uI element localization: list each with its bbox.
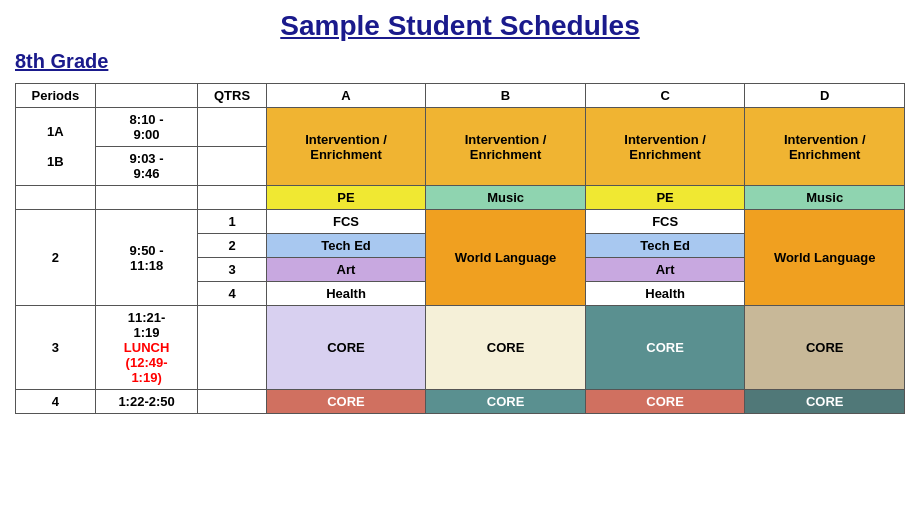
col-header-a: A bbox=[266, 84, 426, 108]
grade-label: 8th Grade bbox=[15, 50, 905, 73]
table-row: PE Music PE Music bbox=[16, 186, 905, 210]
cell-2-a-art: Art bbox=[266, 258, 426, 282]
time-3: 11:21-1:19LUNCH(12:49-1:19) bbox=[95, 306, 198, 390]
col-header-b: B bbox=[426, 84, 586, 108]
time-1b: 9:03 -9:46 bbox=[95, 147, 198, 186]
cell-4-b: CORE bbox=[426, 390, 586, 414]
schedule-table: Periods QTRS A B C D 1A1B 8:10 -9:00 Int… bbox=[15, 83, 905, 414]
col-header-qtrs: QTRS bbox=[198, 84, 266, 108]
period-3: 3 bbox=[16, 306, 96, 390]
cell-3-a: CORE bbox=[266, 306, 426, 390]
time-1a: 8:10 -9:00 bbox=[95, 108, 198, 147]
cell-4-d: CORE bbox=[745, 390, 905, 414]
time-2: 9:50 -11:18 bbox=[95, 210, 198, 306]
col-header-time bbox=[95, 84, 198, 108]
period-1a: 1A1B bbox=[16, 108, 96, 186]
cell-1b-c: PE bbox=[585, 186, 745, 210]
time-4: 1:22-2:50 bbox=[95, 390, 198, 414]
cell-2-a-fcs: FCS bbox=[266, 210, 426, 234]
table-row: 3 11:21-1:19LUNCH(12:49-1:19) CORE CORE … bbox=[16, 306, 905, 390]
qtrs-2-2: 2 bbox=[198, 234, 266, 258]
cell-1b-d: Music bbox=[745, 186, 905, 210]
cell-1a-d: Intervention /Enrichment bbox=[745, 108, 905, 186]
cell-3-b: CORE bbox=[426, 306, 586, 390]
qtrs-1b-2 bbox=[198, 186, 266, 210]
cell-2-b: World Language bbox=[426, 210, 586, 306]
qtrs-1a bbox=[198, 108, 266, 147]
qtrs-2-4: 4 bbox=[198, 282, 266, 306]
cell-2-a-health: Health bbox=[266, 282, 426, 306]
qtrs-3 bbox=[198, 306, 266, 390]
time-1b-2 bbox=[95, 186, 198, 210]
period-2: 2 bbox=[16, 210, 96, 306]
table-row: 2 9:50 -11:18 1 FCS World Language FCS W… bbox=[16, 210, 905, 234]
cell-4-a: CORE bbox=[266, 390, 426, 414]
table-row: 4 1:22-2:50 CORE CORE CORE CORE bbox=[16, 390, 905, 414]
qtrs-2-1: 1 bbox=[198, 210, 266, 234]
cell-3-d: CORE bbox=[745, 306, 905, 390]
col-header-c: C bbox=[585, 84, 745, 108]
cell-2-c-teched: Tech Ed bbox=[585, 234, 745, 258]
table-row: 1A1B 8:10 -9:00 Intervention /Enrichment… bbox=[16, 108, 905, 147]
cell-2-c-art: Art bbox=[585, 258, 745, 282]
page-title: Sample Student Schedules bbox=[15, 10, 905, 42]
cell-4-c: CORE bbox=[585, 390, 745, 414]
col-header-periods: Periods bbox=[16, 84, 96, 108]
cell-2-c-health: Health bbox=[585, 282, 745, 306]
qtrs-4 bbox=[198, 390, 266, 414]
cell-3-c: CORE bbox=[585, 306, 745, 390]
cell-1b-b: Music bbox=[426, 186, 586, 210]
cell-1a-b: Intervention /Enrichment bbox=[426, 108, 586, 186]
qtrs-2-3: 3 bbox=[198, 258, 266, 282]
cell-2-d: World Language bbox=[745, 210, 905, 306]
cell-1a-a: Intervention /Enrichment bbox=[266, 108, 426, 186]
col-header-d: D bbox=[745, 84, 905, 108]
cell-1b-a: PE bbox=[266, 186, 426, 210]
period-4: 4 bbox=[16, 390, 96, 414]
cell-1a-c: Intervention /Enrichment bbox=[585, 108, 745, 186]
qtrs-1b bbox=[198, 147, 266, 186]
cell-2-a-teched: Tech Ed bbox=[266, 234, 426, 258]
cell-2-c-fcs: FCS bbox=[585, 210, 745, 234]
